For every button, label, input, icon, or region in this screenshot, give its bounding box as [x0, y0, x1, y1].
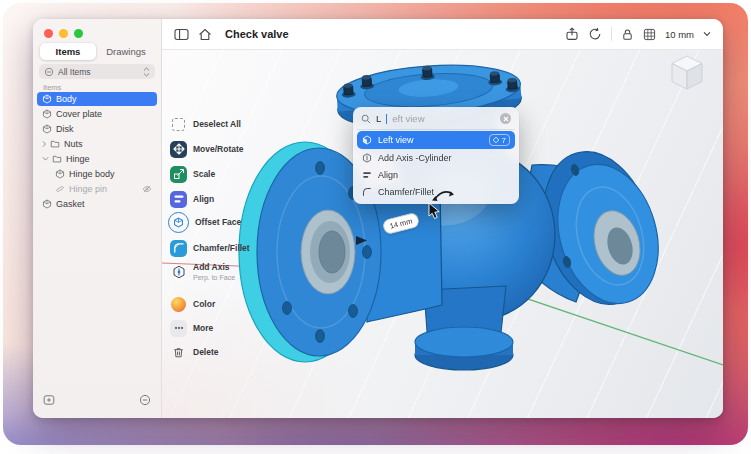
delete-icon	[170, 344, 187, 361]
history-icon[interactable]	[588, 27, 602, 41]
sidebar-item-gasket[interactable]: Gasket	[37, 197, 157, 211]
search-suggestion: eft view	[392, 113, 424, 124]
app-window: Items Drawings All Items Items Body Cove…	[33, 19, 723, 418]
clear-search-icon[interactable]	[500, 113, 511, 124]
grid-icon[interactable]	[643, 28, 656, 41]
body-cube-icon	[55, 169, 65, 179]
close-button[interactable]	[44, 29, 53, 38]
sidebar-item-cover-plate[interactable]: Cover plate	[37, 107, 157, 121]
tool-align[interactable]: Align	[170, 189, 214, 209]
items-section-label: Items	[43, 83, 61, 92]
tool-scale[interactable]: Scale	[170, 164, 215, 184]
body-cube-icon	[42, 124, 52, 134]
tool-offset-face[interactable]: Offset Face	[170, 212, 241, 232]
viewport[interactable]: Deselect All Move/Rotate Scale Align Off…	[162, 50, 723, 418]
sidebar-item-nuts[interactable]: Nuts	[37, 137, 157, 151]
chevron-down-icon[interactable]	[42, 156, 49, 162]
chevron-down-icon[interactable]	[703, 31, 711, 37]
align-icon	[170, 191, 187, 208]
visibility-off-icon[interactable]	[142, 184, 152, 194]
deselect-all-icon	[170, 116, 187, 133]
search-result-add-axis[interactable]: Add Axis -Cylinder	[357, 150, 515, 166]
body-cube-icon	[42, 199, 52, 209]
toolbar-divider	[611, 27, 612, 41]
shortcut-badge: 7	[489, 134, 510, 146]
key-icon	[493, 137, 499, 143]
tool-color[interactable]: Color	[170, 294, 215, 314]
tool-delete[interactable]: Delete	[170, 342, 219, 362]
all-items-label: All Items	[58, 67, 91, 77]
top-toolbar: Check valve 10 mm	[162, 19, 723, 50]
add-axis-icon	[362, 153, 372, 163]
filter-icon	[44, 67, 54, 77]
tool-more[interactable]: More	[170, 318, 213, 338]
zoom-button[interactable]	[74, 29, 83, 38]
lock-icon[interactable]	[621, 28, 634, 41]
body-cube-icon	[42, 94, 52, 104]
search-result-left-view[interactable]: Left view 7	[357, 131, 515, 149]
more-icon	[170, 320, 187, 337]
chamfer-fillet-icon	[362, 187, 372, 197]
grid-size-value[interactable]: 10 mm	[665, 29, 694, 40]
text-caret	[386, 114, 387, 124]
document-title[interactable]: Check valve	[225, 28, 289, 40]
tab-items[interactable]: Items	[40, 43, 96, 60]
chamfer-fillet-icon	[170, 240, 187, 257]
scale-icon	[170, 166, 187, 183]
tool-move-rotate[interactable]: Move/Rotate	[170, 139, 244, 159]
mouse-cursor	[428, 202, 440, 220]
tool-deselect-all[interactable]: Deselect All	[170, 114, 241, 134]
tab-drawings[interactable]: Drawings	[98, 43, 154, 60]
search-icon	[361, 114, 371, 124]
tool-add-axis[interactable]: Add AxisPerp. to Face	[170, 262, 235, 282]
add-axis-icon	[170, 264, 187, 281]
offset-face-icon	[168, 212, 189, 233]
collapse-all-icon[interactable]	[139, 392, 151, 410]
tool-chamfer-fillet[interactable]: Chamfer/Fillet	[170, 238, 250, 258]
sidebar-footer	[43, 392, 151, 410]
search-query: L	[376, 113, 381, 124]
sidebar-item-body[interactable]: Body	[37, 92, 157, 106]
pin-icon	[55, 184, 65, 194]
folder-icon	[52, 154, 62, 164]
align-icon	[362, 170, 372, 180]
folder-icon	[50, 139, 60, 149]
search-input[interactable]: Left view	[357, 111, 515, 130]
sidebar-item-hinge-body[interactable]: Hinge body	[37, 167, 157, 181]
sidebar-item-disk[interactable]: Disk	[37, 122, 157, 136]
export-icon[interactable]	[565, 27, 579, 41]
all-items-filter[interactable]: All Items	[39, 64, 155, 79]
color-icon	[170, 296, 187, 313]
sidebar-tabs: Items Drawings	[40, 43, 154, 60]
body-cube-icon	[42, 109, 52, 119]
check-valve-model[interactable]	[162, 50, 723, 418]
chevron-right-icon[interactable]	[42, 140, 47, 148]
sidebar-item-hinge-pin[interactable]: Hinge pin	[37, 182, 157, 196]
view-cube-icon	[362, 135, 372, 145]
sort-chevrons-icon[interactable]	[143, 67, 150, 77]
sidebar-toggle-icon[interactable]	[174, 28, 189, 41]
add-folder-icon[interactable]	[43, 392, 55, 410]
home-icon[interactable]	[198, 28, 212, 41]
window-controls	[44, 29, 83, 38]
sidebar: Items Drawings All Items Items Body Cove…	[33, 19, 162, 418]
sidebar-item-hinge[interactable]: Hinge	[37, 152, 157, 166]
minimize-button[interactable]	[59, 29, 68, 38]
search-result-align[interactable]: Align	[357, 167, 515, 183]
move-rotate-icon	[170, 141, 187, 158]
view-cube[interactable]	[669, 54, 705, 92]
